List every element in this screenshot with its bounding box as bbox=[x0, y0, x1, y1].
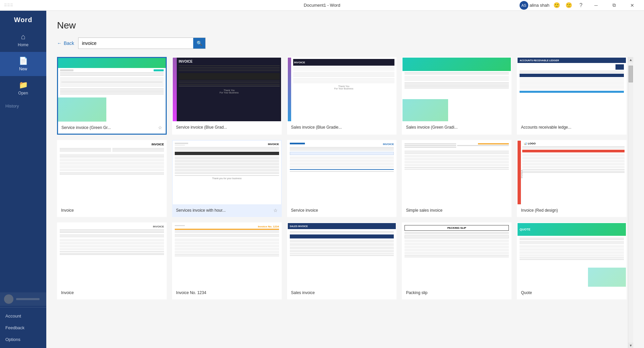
new-icon: 📄 bbox=[19, 57, 28, 65]
template-card[interactable]: PACKING SLIP bbox=[402, 222, 512, 299]
template-thumb: ACCOUNTS RECEIVABLE LEDGER bbox=[518, 58, 626, 121]
template-label: Invoice bbox=[58, 287, 166, 299]
content-area: New ← Back 🔍 bbox=[46, 11, 644, 348]
page-title: New bbox=[57, 20, 633, 31]
window-title: Document1 - Word bbox=[304, 3, 340, 8]
template-card[interactable]: INVOICE Tha bbox=[172, 57, 282, 135]
sidebar-item-feedback[interactable]: Feedback bbox=[0, 322, 46, 334]
template-thumb: Invoice No. 1234 bbox=[173, 223, 281, 287]
restore-button[interactable]: ⧉ bbox=[606, 0, 622, 11]
title-bar: ⠿⠿⠿ Document1 - Word AS alina shah 🙂 🙁 ?… bbox=[0, 0, 644, 11]
templates-container: Service invoice (Green Gr... ☆ INVOICE bbox=[57, 57, 628, 348]
search-area: ← Back 🔍 bbox=[57, 38, 633, 49]
scroll-down-button[interactable]: ▼ bbox=[628, 343, 634, 348]
template-card[interactable]: INVOICE Tha bbox=[287, 57, 397, 135]
content-and-scroll: Service invoice (Green Gr... ☆ INVOICE bbox=[57, 57, 633, 348]
search-box: 🔍 bbox=[78, 38, 206, 49]
sidebar-item-options[interactable]: Options bbox=[0, 334, 46, 345]
template-card[interactable]: INVOICE bbox=[287, 140, 397, 217]
template-card[interactable]: INVOICE bbox=[172, 140, 282, 217]
minimize-button[interactable]: ─ bbox=[588, 0, 604, 11]
scroll-thumb[interactable] bbox=[629, 66, 633, 82]
template-card[interactable]: SALES INVOICE bbox=[287, 222, 397, 299]
template-card[interactable]: INVOICE bbox=[57, 222, 167, 299]
sidebar: Word ⌂ Home 📄 New 📁 Open History bbox=[0, 11, 46, 348]
user-avatar[interactable]: AS alina shah bbox=[520, 1, 549, 10]
template-thumb: INVOICE Tha bbox=[288, 58, 396, 121]
template-label: Services invoice with hour... ☆ bbox=[173, 204, 281, 216]
sidebar-item-open[interactable]: 📁 Open bbox=[0, 76, 46, 100]
search-icon: 🔍 bbox=[197, 41, 202, 46]
template-thumb bbox=[402, 141, 511, 204]
template-thumb: INVOICE bbox=[173, 141, 281, 204]
template-label: Quote bbox=[518, 287, 626, 299]
star-icon[interactable]: ☆ bbox=[273, 208, 278, 213]
star-icon[interactable]: ☆ bbox=[158, 125, 162, 130]
template-label: Invoice No. 1234 bbox=[173, 287, 281, 299]
sad-icon[interactable]: 🙁 bbox=[564, 1, 574, 10]
sidebar-profile-preview bbox=[0, 292, 46, 306]
sidebar-nav: ⌂ Home 📄 New 📁 Open History bbox=[0, 28, 46, 160]
template-card[interactable]: QUOTE bbox=[517, 222, 627, 299]
sidebar-bottom: Account Feedback Options bbox=[0, 307, 46, 348]
template-label: Sales invoice bbox=[288, 287, 396, 299]
template-card[interactable]: Service invoice (Green Gr... ☆ bbox=[57, 57, 167, 135]
template-card[interactable]: ACCOUNTS RECEIVABLE LEDGER bbox=[517, 57, 627, 135]
template-thumb: PACKING SLIP bbox=[402, 223, 511, 287]
sidebar-item-new[interactable]: 📄 New bbox=[0, 52, 46, 76]
template-thumb: QUOTE bbox=[518, 223, 626, 287]
template-label: Service invoice bbox=[288, 204, 396, 216]
template-card[interactable]: Invoice No. 1234 bbox=[172, 222, 282, 299]
sidebar-item-label-new: New bbox=[19, 67, 27, 71]
templates-grid: Service invoice (Green Gr... ☆ INVOICE bbox=[57, 57, 627, 306]
template-thumb: INVOICE bbox=[288, 141, 396, 204]
search-button[interactable]: 🔍 bbox=[193, 38, 205, 49]
template-label: Service invoice (Blue Grad... bbox=[173, 121, 281, 133]
sidebar-item-home[interactable]: ⌂ Home bbox=[0, 28, 46, 52]
template-label: Sales invoice (Green Gradi... bbox=[402, 121, 511, 133]
close-button[interactable]: ✕ bbox=[625, 0, 640, 11]
template-card[interactable]: INVOICE bbox=[57, 140, 167, 217]
back-label: Back bbox=[64, 41, 74, 46]
template-card[interactable]: invoice 📊 LOGO bbox=[517, 140, 627, 217]
open-icon: 📁 bbox=[19, 81, 28, 89]
sidebar-item-label-home: Home bbox=[18, 43, 29, 47]
template-thumb: INVOICE bbox=[58, 141, 166, 204]
template-thumb: invoice 📊 LOGO bbox=[518, 141, 626, 204]
template-label: Accounts receivable ledge... bbox=[518, 121, 626, 133]
smiley-icon[interactable]: 🙂 bbox=[552, 1, 561, 10]
template-label: Simple sales invoice bbox=[402, 204, 511, 216]
template-thumb: SALES INVOICE bbox=[288, 223, 396, 287]
back-arrow-icon: ← bbox=[57, 41, 62, 46]
scroll-track bbox=[628, 62, 633, 343]
template-label: Packing slip bbox=[402, 287, 511, 299]
template-label: Sales invoice (Blue Gradie... bbox=[288, 121, 396, 133]
template-label: Invoice (Red design) bbox=[518, 204, 626, 216]
template-thumb bbox=[402, 58, 511, 121]
template-thumb: INVOICE Tha bbox=[173, 58, 281, 121]
template-card[interactable]: Sales invoice (Green Gradi... bbox=[402, 57, 512, 135]
app-logo: Word bbox=[0, 11, 46, 28]
scrollbar: ▲ ▼ bbox=[628, 57, 633, 348]
template-card[interactable]: Simple sales invoice bbox=[402, 140, 512, 217]
sidebar-item-history[interactable]: History bbox=[0, 100, 46, 112]
home-icon: ⌂ bbox=[21, 32, 25, 41]
back-button[interactable]: ← Back bbox=[57, 41, 74, 46]
template-thumb bbox=[58, 58, 166, 122]
sidebar-item-label-open: Open bbox=[18, 91, 28, 95]
sidebar-item-account[interactable]: Account bbox=[0, 310, 46, 322]
help-icon[interactable]: ? bbox=[576, 1, 586, 10]
template-thumb: INVOICE bbox=[58, 223, 166, 287]
template-label: Service invoice (Green Gr... ☆ bbox=[58, 122, 166, 134]
scroll-up-button[interactable]: ▲ bbox=[628, 57, 634, 62]
search-input[interactable] bbox=[78, 41, 193, 46]
template-label: Invoice bbox=[58, 204, 166, 216]
history-label: History bbox=[5, 103, 19, 109]
